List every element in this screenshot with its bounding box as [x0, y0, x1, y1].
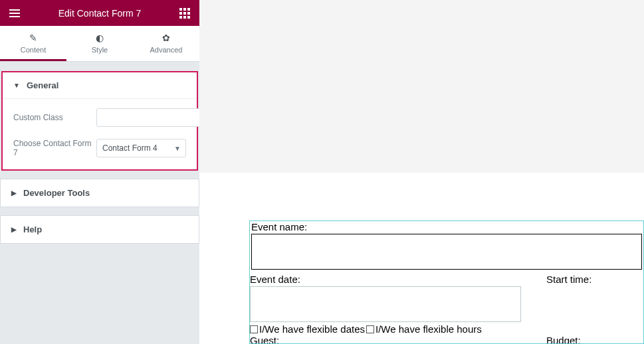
section-general-header[interactable]: ▼ General: [3, 72, 197, 99]
tab-style[interactable]: ◐ Style: [66, 26, 133, 61]
preview-canvas: Event name: Event date: Start time: I/We…: [199, 0, 644, 344]
caret-right-icon: ▶: [11, 226, 17, 233]
control-custom-class: Custom Class: [13, 108, 186, 127]
section-help: ▶ Help: [0, 215, 199, 244]
editor-sidebar: Edit Contact Form 7 ✎ Content ◐ Style ✿ …: [0, 0, 199, 344]
panel-title: Edit Contact Form 7: [58, 8, 142, 19]
choose-cf7-label: Choose Contact Form 7: [13, 139, 96, 157]
pencil-icon: ✎: [29, 33, 37, 43]
caret-right-icon: ▶: [11, 189, 17, 197]
canvas-empty-section[interactable]: [199, 0, 644, 173]
event-date-input[interactable]: [250, 286, 521, 322]
widgets-grid-icon[interactable]: [178, 7, 191, 20]
flexible-hours-checkbox[interactable]: [366, 325, 374, 333]
budget-label: Budget:: [546, 335, 643, 344]
menu-icon[interactable]: [8, 7, 21, 20]
flexible-dates-checkbox[interactable]: [250, 325, 258, 333]
editor-tabs: ✎ Content ◐ Style ✿ Advanced: [0, 26, 199, 62]
contact-form-widget[interactable]: Event name: Event date: Start time: I/We…: [249, 220, 644, 344]
tab-content[interactable]: ✎ Content: [0, 26, 66, 61]
custom-class-input[interactable]: [96, 108, 205, 127]
control-choose-cf7: Choose Contact Form 7 Contact Form 4 ▼: [13, 139, 186, 157]
section-general-body: Custom Class Choose Contact Form 7 Conta…: [3, 99, 197, 169]
flexible-hours-label: I/We have flexible hours: [376, 323, 482, 335]
section-devtools-header[interactable]: ▶ Developer Tools: [1, 179, 199, 207]
tab-advanced[interactable]: ✿ Advanced: [133, 26, 199, 61]
tab-content-label: Content: [21, 46, 47, 54]
section-general-title: General: [27, 80, 58, 90]
event-name-input[interactable]: [251, 234, 642, 270]
section-help-title: Help: [23, 224, 42, 234]
section-help-header[interactable]: ▶ Help: [1, 216, 199, 243]
caret-down-icon: ▼: [13, 82, 20, 89]
sidebar-header: Edit Contact Form 7: [0, 0, 199, 26]
event-date-label: Event date:: [250, 274, 521, 285]
tab-style-label: Style: [92, 46, 108, 54]
contrast-icon: ◐: [96, 33, 104, 43]
tab-advanced-label: Advanced: [150, 46, 183, 54]
choose-cf7-select[interactable]: Contact Form 4: [96, 139, 186, 157]
start-time-label: Start time:: [546, 274, 643, 285]
flexible-dates-label: I/We have flexible dates: [259, 323, 365, 335]
section-devtools-title: Developer Tools: [23, 188, 90, 198]
guest-label: Guest:: [250, 335, 521, 344]
section-developer-tools: ▶ Developer Tools: [0, 179, 199, 207]
custom-class-label: Custom Class: [13, 113, 96, 122]
section-general: ▼ General Custom Class Choose Contact Fo…: [1, 71, 198, 171]
gear-icon: ✿: [162, 33, 170, 43]
event-name-label: Event name:: [251, 221, 642, 232]
